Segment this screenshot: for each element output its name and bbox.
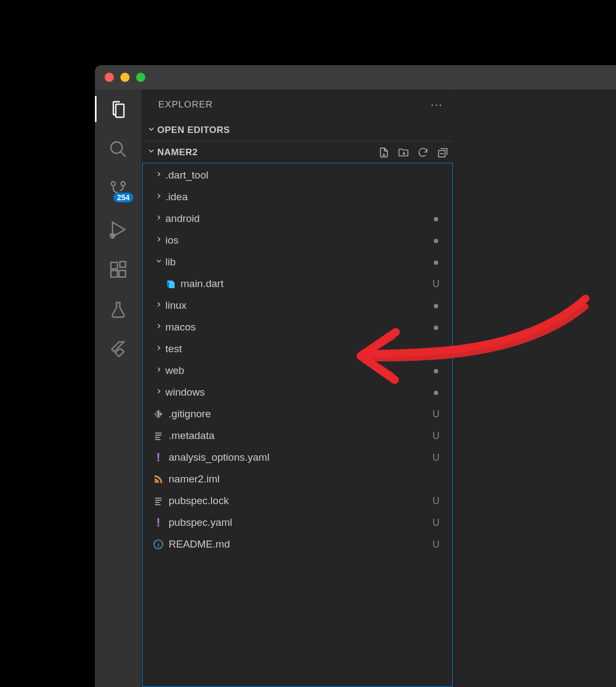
tree-file[interactable]: .metadataU bbox=[143, 425, 452, 447]
editor-area bbox=[454, 90, 616, 687]
chevron-down-icon bbox=[145, 147, 157, 158]
chevron-right-icon bbox=[152, 344, 165, 354]
git-status: U bbox=[429, 495, 442, 507]
activity-debug[interactable] bbox=[95, 220, 141, 239]
chevron-right-icon bbox=[152, 387, 165, 397]
chevron-down-icon bbox=[152, 257, 165, 267]
git-status: U bbox=[429, 278, 442, 290]
info-icon bbox=[152, 538, 164, 550]
explorer-more-actions[interactable]: ··· bbox=[431, 98, 443, 111]
activity-extensions[interactable] bbox=[95, 260, 141, 279]
workspace-folder-header[interactable]: NAMER2 bbox=[141, 141, 454, 163]
tree-item-label: lib bbox=[165, 256, 429, 268]
activity-search[interactable] bbox=[95, 139, 141, 159]
chevron-right-icon bbox=[152, 236, 165, 245]
window-zoom-button[interactable] bbox=[136, 73, 145, 82]
tree-folder[interactable]: windows bbox=[143, 381, 452, 403]
git-status bbox=[429, 235, 442, 246]
git-status: U bbox=[429, 539, 442, 550]
new-folder-icon[interactable] bbox=[397, 147, 409, 158]
tree-item-label: .idea bbox=[165, 191, 429, 203]
explorer-title: EXPLORER bbox=[158, 99, 213, 110]
tree-item-label: linux bbox=[165, 300, 429, 311]
tree-item-label: test bbox=[165, 343, 429, 355]
file-tree: .dart_tool.ideaandroidioslibmain.dartUli… bbox=[142, 163, 453, 687]
tree-file[interactable]: README.mdU bbox=[143, 533, 452, 555]
window-close-button[interactable] bbox=[105, 73, 114, 82]
exclaim-icon: ! bbox=[152, 517, 164, 529]
tree-item-label: pubspec.yaml bbox=[169, 517, 429, 529]
run-debug-icon bbox=[108, 220, 128, 239]
new-file-icon[interactable] bbox=[378, 147, 390, 158]
collapse-all-icon[interactable] bbox=[437, 147, 448, 158]
flutter-icon bbox=[108, 340, 128, 360]
window-minimize-button[interactable] bbox=[120, 73, 130, 82]
activity-testing[interactable] bbox=[95, 300, 141, 320]
tree-file[interactable]: pubspec.lockU bbox=[143, 490, 452, 512]
refresh-icon[interactable] bbox=[417, 147, 429, 158]
tree-item-label: .metadata bbox=[169, 430, 429, 442]
svg-point-13 bbox=[155, 481, 157, 483]
tree-file[interactable]: main.dartU bbox=[143, 273, 452, 295]
tree-item-label: analysis_options.yaml bbox=[169, 451, 429, 463]
tree-item-label: namer2.iml bbox=[169, 473, 429, 485]
lines-icon bbox=[152, 495, 164, 507]
git-status: U bbox=[429, 517, 442, 529]
tree-item-label: android bbox=[165, 213, 429, 225]
tree-folder[interactable]: test bbox=[143, 338, 452, 360]
chevron-right-icon bbox=[152, 322, 165, 332]
chevron-right-icon bbox=[152, 170, 165, 180]
search-icon bbox=[108, 139, 128, 159]
tree-file[interactable]: !analysis_options.yamlU bbox=[143, 447, 452, 468]
tree-item-label: README.md bbox=[169, 538, 429, 550]
tree-item-label: .dart_tool bbox=[165, 169, 429, 181]
tree-item-label: pubspec.lock bbox=[169, 495, 429, 507]
tree-folder[interactable]: web bbox=[143, 360, 452, 381]
git-status bbox=[429, 387, 442, 398]
svg-rect-6 bbox=[111, 271, 117, 277]
rss-icon bbox=[152, 473, 164, 485]
chevron-right-icon bbox=[152, 301, 165, 310]
git-status bbox=[429, 213, 442, 225]
activity-explorer[interactable] bbox=[95, 99, 141, 119]
tree-file[interactable]: namer2.iml bbox=[143, 468, 452, 490]
tree-folder[interactable]: linux bbox=[143, 295, 452, 316]
svg-point-0 bbox=[111, 142, 122, 154]
tree-folder[interactable]: lib bbox=[143, 251, 452, 273]
tree-file[interactable]: .gitignoreU bbox=[143, 403, 452, 425]
open-editors-section[interactable]: Open Editors bbox=[141, 119, 454, 141]
tree-folder[interactable]: macos bbox=[143, 316, 452, 338]
vscode-window: 254 EXPLORER ··· bbox=[95, 65, 616, 687]
git-status bbox=[429, 300, 442, 311]
chevron-right-icon bbox=[152, 366, 165, 376]
tree-folder[interactable]: .dart_tool bbox=[143, 164, 452, 186]
activity-flutter[interactable] bbox=[95, 340, 141, 360]
git-status bbox=[429, 365, 442, 377]
activity-scm[interactable]: 254 bbox=[95, 180, 141, 199]
git-status bbox=[429, 344, 442, 355]
extensions-icon bbox=[108, 260, 128, 279]
git-status: U bbox=[429, 409, 442, 420]
tree-folder[interactable]: ios bbox=[143, 230, 452, 251]
tree-file[interactable]: !pubspec.yamlU bbox=[143, 512, 452, 533]
svg-point-2 bbox=[121, 182, 125, 186]
svg-rect-5 bbox=[111, 263, 117, 269]
tree-item-label: macos bbox=[165, 321, 429, 333]
activity-bar: 254 bbox=[95, 90, 141, 687]
tree-folder[interactable]: android bbox=[143, 208, 452, 230]
chevron-right-icon bbox=[152, 192, 165, 202]
tree-item-label: .gitignore bbox=[169, 408, 429, 420]
tree-item-label: main.dart bbox=[181, 278, 429, 290]
tree-item-label: ios bbox=[165, 234, 429, 246]
git-status bbox=[429, 257, 442, 268]
chevron-down-icon bbox=[145, 125, 157, 136]
tree-item-label: web bbox=[165, 365, 429, 377]
tree-folder[interactable]: .idea bbox=[143, 186, 452, 208]
files-icon bbox=[108, 99, 128, 119]
git-status: U bbox=[429, 430, 442, 442]
beaker-icon bbox=[108, 300, 128, 320]
exclaim-icon: ! bbox=[152, 451, 164, 463]
tree-item-label: windows bbox=[165, 386, 429, 398]
folder-actions bbox=[378, 147, 448, 158]
dart-icon bbox=[164, 278, 176, 290]
